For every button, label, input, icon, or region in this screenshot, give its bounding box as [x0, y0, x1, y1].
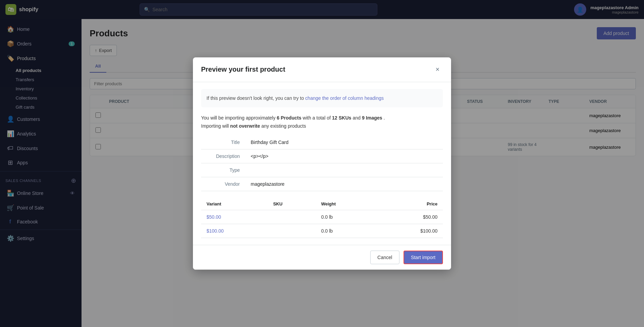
- detail-value-vendor: mageplazastore: [245, 177, 443, 191]
- detail-row-description: Description <p></p>: [201, 149, 443, 163]
- modal-close-button[interactable]: ×: [432, 64, 443, 75]
- detail-row-title: Title Birthday Gift Card: [201, 135, 443, 149]
- variants-col-weight: Weight: [316, 198, 376, 210]
- variant-sku: [268, 224, 316, 238]
- variant-price: $100.00: [376, 224, 443, 238]
- modal-body: If this preview doesn't look right, you …: [193, 82, 451, 245]
- variant-price: $50.00: [376, 210, 443, 224]
- variants-row: $50.00 0.0 lb $50.00: [201, 210, 443, 224]
- variants-table: Variant SKU Weight Price $50.00 0.0 lb $…: [201, 198, 443, 238]
- info-text-before: If this preview doesn't look right, you …: [207, 95, 304, 101]
- modal-title: Preview your first product: [201, 66, 285, 73]
- detail-value-type: [245, 163, 443, 177]
- variant-weight: 0.0 lb: [316, 210, 376, 224]
- sku-count: 12 SKUs: [332, 115, 351, 121]
- summary-mid1: with a total of: [303, 115, 331, 121]
- preview-modal: Preview your first product × If this pre…: [193, 57, 451, 270]
- summary-suffix: .: [383, 115, 385, 121]
- detail-row-type: Type: [201, 163, 443, 177]
- variant-variant: $100.00: [201, 224, 268, 238]
- variant-weight: 0.0 lb: [316, 224, 376, 238]
- not-overwrite-text: Importing will: [201, 123, 229, 129]
- modal-header: Preview your first product ×: [193, 57, 451, 82]
- variant-variant: $50.00: [201, 210, 268, 224]
- detail-label-title: Title: [201, 135, 245, 149]
- modal-overlay: Preview your first product × If this pre…: [0, 0, 644, 327]
- import-summary: You will be importing approximately 6 Pr…: [201, 114, 443, 130]
- variants-col-variant: Variant: [201, 198, 268, 210]
- variant-sku: [268, 210, 316, 224]
- summary-mid2: and: [353, 115, 360, 121]
- variants-col-sku: SKU: [268, 198, 316, 210]
- detail-label-description: Description: [201, 149, 245, 163]
- product-detail-table: Title Birthday Gift Card Description <p>…: [201, 135, 443, 191]
- image-count: 9 Images: [362, 115, 382, 121]
- detail-label-type: Type: [201, 163, 245, 177]
- modal-info-box: If this preview doesn't look right, you …: [201, 89, 443, 107]
- info-link[interactable]: change the order of column headings: [305, 95, 384, 101]
- not-overwrite-suffix: any existing products: [261, 123, 306, 129]
- modal-footer: Cancel Start import: [193, 245, 451, 270]
- cancel-button[interactable]: Cancel: [370, 251, 399, 264]
- detail-value-title: Birthday Gift Card: [245, 135, 443, 149]
- variants-col-price: Price: [376, 198, 443, 210]
- summary-prefix: You will be importing approximately: [201, 115, 275, 121]
- product-count: 6 Products: [277, 115, 301, 121]
- variants-header-row: Variant SKU Weight Price: [201, 198, 443, 210]
- detail-value-description: <p></p>: [245, 149, 443, 163]
- not-overwrite-bold: not overwrite: [230, 123, 260, 129]
- detail-label-vendor: Vendor: [201, 177, 245, 191]
- detail-row-vendor: Vendor mageplazastore: [201, 177, 443, 191]
- variants-row: $100.00 0.0 lb $100.00: [201, 224, 443, 238]
- start-import-button[interactable]: Start import: [404, 251, 443, 264]
